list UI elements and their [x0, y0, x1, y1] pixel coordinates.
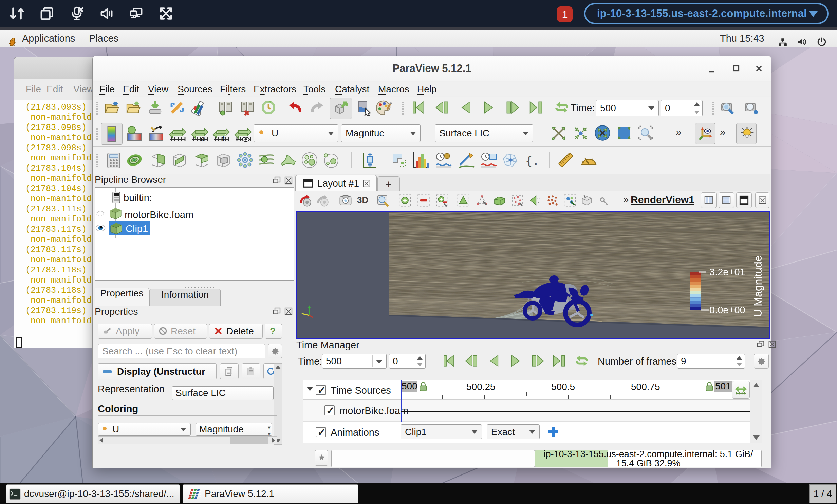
svg-text:Clip1: Clip1: [126, 223, 148, 234]
svg-text:motorBike.foam: motorBike.foam: [125, 209, 194, 220]
svg-text:builtin:: builtin:: [124, 192, 152, 203]
svg-text:3.2e+01: 3.2e+01: [709, 266, 745, 277]
svg-text:t: t: [222, 135, 225, 143]
svg-text:U Magnitude: U Magnitude: [752, 255, 764, 317]
svg-text:0.0e+00: 0.0e+00: [709, 304, 745, 315]
svg-text:c: c: [201, 135, 205, 143]
svg-text:{..}: {..}: [526, 154, 542, 168]
